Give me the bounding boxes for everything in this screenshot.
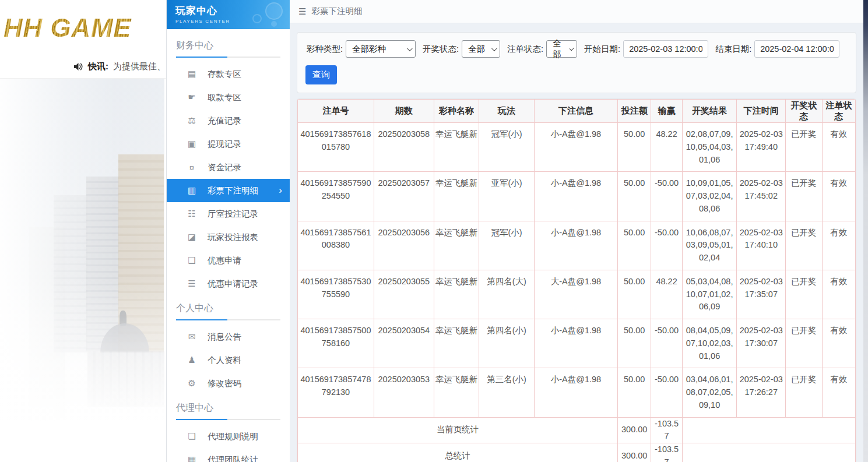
team-stats-icon: ▦ <box>186 454 198 462</box>
hamburger-icon[interactable]: ☰ <box>298 6 306 17</box>
sidebar-item[interactable]: ¤资金记录 <box>167 156 290 179</box>
table-body: 40156917385761801578020250203058幸运飞艇新冠军(… <box>298 123 856 418</box>
bets-table: 注单号期数彩种名称玩法下注信息投注额输赢开奖结果下注时间开奖状态注单状态 401… <box>297 99 856 462</box>
column-header: 开奖状态 <box>786 100 822 123</box>
sidebar-item[interactable]: ✉消息公告 <box>167 325 290 348</box>
sidebar-header: 玩家中心 PLAYERS CENTER <box>167 0 290 29</box>
sidebar-item[interactable]: ❏代理规则说明 <box>167 425 290 448</box>
section-divider <box>176 419 280 420</box>
sidebar-item[interactable]: ▥彩票下注明细› <box>167 179 290 202</box>
cell-play-type: 冠军(小) <box>479 221 535 270</box>
cell-draw-status: 已开奖 <box>786 221 822 270</box>
promo-record-icon: ☰ <box>186 278 198 289</box>
cell-draw-status: 已开奖 <box>786 319 822 368</box>
column-header: 注单状态 <box>822 100 856 123</box>
table-header-row: 注单号期数彩种名称玩法下注信息投注额输赢开奖结果下注时间开奖状态注单状态 <box>298 100 856 123</box>
cell-period: 20250203057 <box>374 172 434 221</box>
cell-win-loss: 48.22 <box>651 123 682 172</box>
bet-status-value: 全部 <box>553 38 564 60</box>
speaker-icon <box>73 62 83 71</box>
sidebar-item[interactable]: ◪玩家投注报表 <box>167 225 290 249</box>
cell-bet-time: 2025-02-03 17:49:40 <box>737 123 786 172</box>
sidebar-item[interactable]: ☷厅室投注记录 <box>167 202 290 225</box>
cell-period: 20250203058 <box>374 123 434 172</box>
table-row: 40156917385756100838020250203056幸运飞艇新冠军(… <box>298 221 856 270</box>
filter-panel: 彩种类型: 全部彩种 开奖状态: 全部 注单状态: 全部 开始日期: 结束日期: <box>297 32 856 93</box>
sidebar-item[interactable]: ♟个人资料 <box>167 348 290 372</box>
table-row: 40156917385761801578020250203058幸运飞艇新冠军(… <box>298 123 856 172</box>
summary-row: 总统计300.00-103.57 <box>298 443 856 462</box>
sidebar-item[interactable]: ☰优惠申请记录 <box>167 272 290 295</box>
sidebar: 玩家中心 PLAYERS CENTER 财务中心▤存款专区☛取款专区⚖充值记录▣… <box>166 0 290 462</box>
cell-draw-result: 03,04,06,01,08,07,02,05,09,10 <box>682 368 737 417</box>
left-brand-zone: HH GAME 快讯: 为提供最佳、 <box>0 0 166 462</box>
cell-win-loss: -50.00 <box>651 221 682 270</box>
cell-lottery-name: 幸运飞艇新 <box>434 270 479 319</box>
main-content: ☰ 彩票下注明细 彩种类型: 全部彩种 开奖状态: 全部 注单状态: 全部 <box>290 0 863 462</box>
promo-apply-icon: ❑ <box>186 255 198 266</box>
cell-period: 20250203056 <box>374 221 434 270</box>
cell-play-type: 冠军(小) <box>479 123 535 172</box>
cell-bet-id: 401569173857500758160 <box>298 319 374 368</box>
sidebar-item[interactable]: ▤存款专区 <box>167 62 290 86</box>
end-date-label: 结束日期: <box>715 44 751 55</box>
withdraw-record-icon: ▣ <box>186 139 198 149</box>
chevron-down-icon <box>407 45 413 51</box>
sidebar-item[interactable]: ☛取款专区 <box>167 86 290 109</box>
cell-bet-id: 401569173857561008380 <box>298 221 374 270</box>
sidebar-item-label: 代理规则说明 <box>208 431 258 442</box>
cell-play-type: 第四名(大) <box>479 270 535 319</box>
summary-bet-total: 300.00 <box>617 417 651 443</box>
summary-label: 总统计 <box>298 443 618 462</box>
table-row: 40156917385747879213020250203053幸运飞艇新第三名… <box>298 368 856 417</box>
query-button[interactable]: 查询 <box>305 65 337 84</box>
sidebar-item[interactable]: ⚖充值记录 <box>167 109 290 132</box>
funds-record-icon: ¤ <box>186 163 198 172</box>
news-label: 快讯: <box>88 61 108 72</box>
lottery-type-select[interactable]: 全部彩种 <box>346 40 416 58</box>
cell-draw-result: 05,03,04,08,10,07,01,02,06,09 <box>682 270 737 319</box>
page-title: 彩票下注明细 <box>311 6 362 17</box>
sidebar-section-title: 代理中心 <box>167 395 290 415</box>
summary-winloss-total: -103.57 <box>651 417 682 443</box>
sidebar-item[interactable]: ❑优惠申请 <box>167 249 290 272</box>
cell-bet-info: 小-A盘@1.98 <box>534 123 617 172</box>
sidebar-item-label: 消息公告 <box>208 331 241 343</box>
sidebar-item-label: 资金记录 <box>208 162 241 173</box>
cell-bet-info: 大-A盘@1.98 <box>534 270 617 319</box>
chevron-down-icon <box>570 45 575 51</box>
sidebar-item-label: 优惠申请 <box>208 255 241 266</box>
cell-bet-status: 有效 <box>822 319 856 368</box>
column-header: 玩法 <box>479 100 535 123</box>
draw-status-label: 开奖状态: <box>423 44 459 55</box>
deposit-card-icon: ▤ <box>186 69 198 79</box>
sidebar-item-label: 优惠申请记录 <box>208 278 258 290</box>
scrollbar-track[interactable] <box>863 0 868 462</box>
chevron-right-icon: › <box>279 185 282 196</box>
column-header: 下注时间 <box>737 100 786 123</box>
table-foot: 当前页统计300.00-103.57总统计300.00-103.57 <box>298 417 856 462</box>
start-date-input[interactable] <box>623 40 708 58</box>
cell-win-loss: -50.00 <box>651 368 682 417</box>
summary-bet-total: 300.00 <box>617 443 651 462</box>
sidebar-item-label: 取款专区 <box>208 92 241 103</box>
brand-logo: HH GAME <box>3 13 132 43</box>
cell-lottery-name: 幸运飞艇新 <box>434 123 479 172</box>
start-date-label: 开始日期: <box>584 44 620 55</box>
end-date-input[interactable] <box>754 40 839 58</box>
cell-play-type: 第三名(小) <box>479 368 535 417</box>
cell-draw-result: 10,09,01,05,07,03,02,04,08,06 <box>682 172 737 221</box>
cell-draw-status: 已开奖 <box>786 368 822 417</box>
bet-status-select[interactable]: 全部 <box>546 40 577 58</box>
document-icon: ❏ <box>186 431 198 442</box>
cell-bet-amount: 50.00 <box>617 368 651 417</box>
sidebar-item-label: 充值记录 <box>208 115 241 126</box>
sidebar-section-title: 个人中心 <box>167 295 290 316</box>
column-header: 期数 <box>374 100 434 123</box>
sidebar-item[interactable]: ▣提现记录 <box>167 132 290 156</box>
sidebar-item[interactable]: ▦代理团队统计 <box>167 448 290 462</box>
sidebar-item[interactable]: ⚙修改密码 <box>167 372 290 395</box>
sidebar-nav: 财务中心▤存款专区☛取款专区⚖充值记录▣提现记录¤资金记录▥彩票下注明细›☷厅室… <box>167 29 290 462</box>
cell-bet-status: 有效 <box>822 123 856 172</box>
draw-status-select[interactable]: 全部 <box>462 40 500 58</box>
